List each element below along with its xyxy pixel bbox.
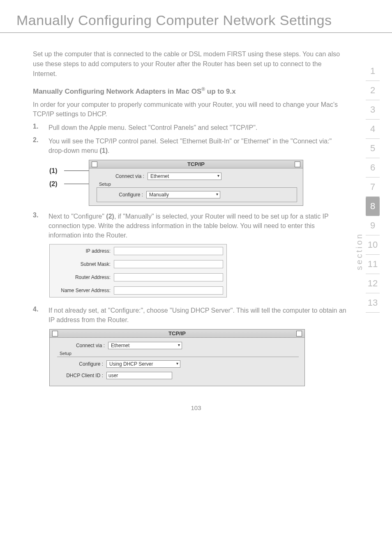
- figure-2: TCP/IP Connect via : Ethernet Setup Conf…: [49, 329, 347, 386]
- connect-via-select[interactable]: Ethernet: [148, 173, 221, 180]
- configure-select[interactable]: Using DHCP Server: [106, 360, 180, 368]
- window-title: TCP/IP: [168, 330, 186, 336]
- step-text: If not already set, at "Configure:", cho…: [48, 306, 347, 325]
- step-text: Pull down the Apple menu. Select "Contro…: [48, 123, 257, 132]
- registered-symbol: ®: [201, 86, 205, 92]
- step-2-text-a: You will see the TCP/IP control panel. S…: [48, 138, 332, 154]
- callout-line: [64, 171, 89, 171]
- configure-label: Configure :: [60, 361, 103, 367]
- zoom-icon[interactable]: [296, 331, 302, 336]
- step-4: 4. If not already set, at "Configure:", …: [33, 306, 347, 325]
- setup-group-label: Setup: [99, 182, 297, 187]
- heading-pre: Manually Configuring Network Adapters in…: [33, 88, 201, 95]
- intro-paragraph: Set up the computer that is connected to…: [33, 49, 347, 79]
- subnet-mask-label: Subnet Mask:: [53, 261, 114, 267]
- figure-1: (1) (2) TCP/IP Connect via : Ethernet Se…: [49, 160, 347, 206]
- ip-row: Name Server Address:: [50, 284, 226, 297]
- window-title: TCP/IP: [187, 161, 205, 167]
- zoom-icon[interactable]: [295, 161, 300, 167]
- subnet-mask-field[interactable]: [114, 260, 223, 268]
- heading-post: up to 9.x: [205, 88, 236, 95]
- connect-via-select[interactable]: Ethernet: [108, 342, 182, 349]
- ip-row: Subnet Mask:: [50, 258, 226, 271]
- router-address-field[interactable]: [114, 273, 223, 281]
- dhcp-client-id-label: DHCP Client ID :: [60, 373, 103, 378]
- ip-address-label: IP address:: [53, 248, 114, 254]
- page-title: Manually Configuring Computer Network Se…: [0, 0, 392, 33]
- step-3: 3. Next to "Configure" (2), if "Manually…: [33, 212, 347, 240]
- window-titlebar: TCP/IP: [89, 160, 303, 168]
- step-3-text-a: Next to "Configure": [48, 213, 106, 220]
- router-address-label: Router Address:: [53, 274, 114, 280]
- name-server-field[interactable]: [114, 286, 223, 295]
- step-number: 4.: [33, 306, 42, 325]
- tcpip-panel-1: TCP/IP Connect via : Ethernet Setup Conf…: [89, 160, 303, 206]
- ip-address-table: IP address: Subnet Mask: Router Address:…: [49, 244, 227, 297]
- setup-group-label: Setup: [60, 351, 299, 356]
- name-server-label: Name Server Address:: [53, 288, 114, 293]
- sub-intro: In order for your computer to properly c…: [33, 100, 347, 119]
- callout-ref-2: (2): [106, 213, 114, 220]
- configure-select[interactable]: Manually: [146, 191, 220, 198]
- step-2-text-b: .: [108, 147, 109, 154]
- section-heading: Manually Configuring Network Adapters in…: [33, 86, 347, 96]
- step-number: 3.: [33, 212, 42, 240]
- ip-address-field[interactable]: [114, 247, 223, 255]
- configure-label: Configure :: [100, 192, 143, 198]
- step-text: You will see the TCP/IP control panel. S…: [48, 136, 347, 155]
- window-titlebar: TCP/IP: [50, 330, 304, 338]
- callout-1: (1): [49, 167, 61, 175]
- callout-line: [64, 184, 89, 184]
- connect-via-label: Connect via :: [55, 343, 105, 348]
- step-1: 1. Pull down the Apple menu. Select "Con…: [33, 123, 347, 132]
- callout-2: (2): [49, 180, 61, 188]
- step-2: 2. You will see the TCP/IP control panel…: [33, 136, 347, 155]
- step-number: 1.: [33, 123, 42, 132]
- close-icon[interactable]: [92, 161, 97, 167]
- step-text: Next to "Configure" (2), if "Manually" i…: [48, 212, 347, 240]
- tcpip-panel-2: TCP/IP Connect via : Ethernet Setup Conf…: [49, 329, 305, 386]
- connect-via-label: Connect via :: [95, 173, 144, 179]
- callout-ref-1: (1): [100, 147, 108, 154]
- step-number: 2.: [33, 136, 42, 155]
- ip-row: IP address:: [50, 244, 226, 258]
- ip-row: Router Address:: [50, 271, 226, 284]
- dhcp-client-id-field[interactable]: user: [106, 372, 172, 379]
- page-number: 103: [0, 392, 392, 424]
- close-icon[interactable]: [52, 331, 58, 336]
